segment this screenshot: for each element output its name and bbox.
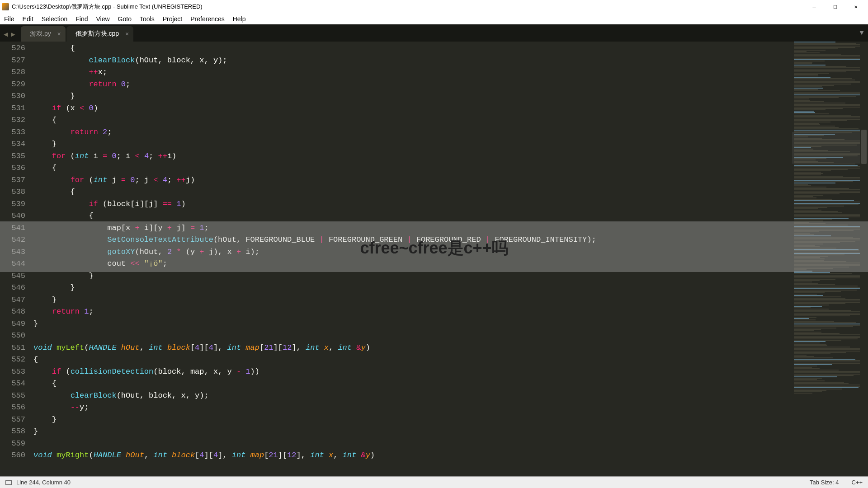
minimap-viewport[interactable] <box>792 132 860 164</box>
menu-find[interactable]: Find <box>71 14 92 23</box>
tab-dropdown-icon[interactable]: ▼ <box>855 29 868 37</box>
menu-goto[interactable]: Goto <box>114 14 136 23</box>
menu-help[interactable]: Help <box>229 14 250 23</box>
menu-view[interactable]: View <box>92 14 114 23</box>
tabbar: ◀ ▶ 游戏.py × 俄罗斯方块.cpp × ▼ <box>0 24 868 42</box>
close-icon[interactable]: × <box>125 30 129 38</box>
scrollbar-vertical[interactable] <box>860 42 868 476</box>
back-icon[interactable]: ◀ <box>4 30 10 36</box>
menu-preferences[interactable]: Preferences <box>186 14 228 23</box>
menu-edit[interactable]: Edit <box>19 14 38 23</box>
forward-icon[interactable]: ▶ <box>11 30 17 36</box>
tab-label: 游戏.py <box>30 30 51 38</box>
editor[interactable]: 526 527 528 529 530 531 532 533 534 535 … <box>0 42 868 476</box>
panel-switcher-icon[interactable] <box>5 480 12 485</box>
code-area[interactable]: { clearBlock(hOut, block, x, y); ++x; re… <box>33 42 792 476</box>
minimap[interactable] <box>792 42 860 476</box>
tab-file-1[interactable]: 游戏.py × <box>21 26 66 42</box>
minimize-button[interactable]: ─ <box>804 0 825 14</box>
close-icon[interactable]: × <box>57 30 61 38</box>
tab-label: 俄罗斯方块.cpp <box>75 30 119 38</box>
menu-project[interactable]: Project <box>159 14 187 23</box>
close-button[interactable]: ✕ <box>845 0 866 14</box>
app-icon <box>2 3 9 10</box>
window-title: C:\Users\123\Desktop\俄罗斯方块.cpp - Sublime… <box>12 3 203 11</box>
tab-file-2[interactable]: 俄罗斯方块.cpp × <box>66 26 133 42</box>
titlebar: C:\Users\123\Desktop\俄罗斯方块.cpp - Sublime… <box>0 0 868 14</box>
line-numbers: 526 527 528 529 530 531 532 533 534 535 … <box>0 42 33 476</box>
menu-selection[interactable]: Selection <box>38 14 72 23</box>
status-syntax[interactable]: C++ <box>851 479 863 486</box>
tab-history-arrows[interactable]: ◀ ▶ <box>0 30 21 36</box>
statusbar: Line 244, Column 40 Tab Size: 4 C++ <box>0 476 868 488</box>
status-position[interactable]: Line 244, Column 40 <box>16 479 71 486</box>
menubar: File Edit Selection Find View Goto Tools… <box>0 14 868 24</box>
status-tabsize[interactable]: Tab Size: 4 <box>810 479 839 486</box>
maximize-button[interactable]: ☐ <box>825 0 845 14</box>
menu-file[interactable]: File <box>0 14 19 23</box>
scrollbar-thumb[interactable] <box>861 130 867 164</box>
menu-tools[interactable]: Tools <box>136 14 159 23</box>
